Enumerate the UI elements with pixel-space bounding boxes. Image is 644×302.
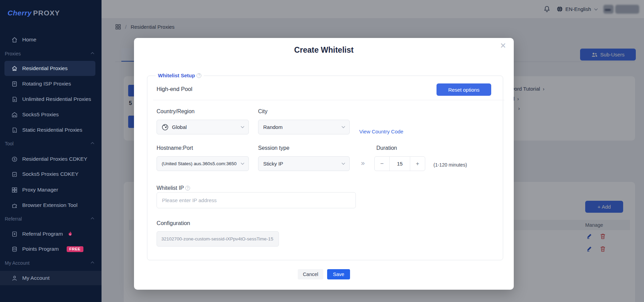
duration-hint: (1-120 minutes) [433, 162, 467, 168]
socks5-icon [11, 111, 18, 118]
sidebar-item-my-account[interactable]: My Account [0, 271, 102, 285]
configuration-value: 32102700-zone-custom-sessid-iXPpv4tO-ses… [157, 231, 279, 247]
sidebar-item-label: Socks5 Proxies [22, 111, 59, 118]
sidebar-item-label: Static Residential Proxies [22, 127, 82, 133]
rotating-isp-icon [11, 81, 18, 87]
sidebar-item-socks5-proxies[interactable]: Socks5 Proxies [4, 107, 95, 122]
free-badge: FREE [67, 246, 83, 252]
browser-extension-icon [11, 202, 18, 209]
sidebar-item-unlimited-residential-proxies[interactable]: Unlimited Residential Proxies [4, 92, 95, 107]
country-select[interactable]: Global [157, 120, 249, 134]
sidebar-item-label: Referral Program [22, 231, 63, 237]
duration-value[interactable]: 15 [390, 157, 410, 171]
city-label: City [258, 108, 268, 115]
chevron-down-icon [241, 125, 244, 128]
sidebar-item-label: Rotating ISP Proxies [22, 81, 71, 87]
section-label: Referral [5, 216, 22, 222]
fire-icon [67, 231, 73, 237]
main-area: EN-English / Residential Proxies Sub-Use… [102, 0, 644, 302]
sidebar-item-label: My Account [22, 275, 50, 281]
referral-program-icon [11, 231, 18, 237]
sidebar-section-referral[interactable]: Referral [5, 213, 97, 225]
chevron-down-icon [241, 161, 244, 165]
whitelist-ip-input[interactable] [157, 192, 356, 208]
proxy-manager-icon [11, 187, 18, 193]
app-root: CherryPROXY Home Proxies Residential Pro… [0, 0, 644, 302]
hostname-select[interactable]: (United States) aus.360s5.com:3650 [157, 156, 249, 171]
chevron-up-icon [91, 52, 94, 55]
home-icon [11, 37, 18, 43]
chevron-up-icon [91, 261, 94, 265]
logo-part-cherry: Cherry [8, 9, 32, 17]
chevron-up-icon [91, 217, 94, 221]
create-whitelist-modal: Create Whitelist ✕ Whitelist Setup ? Hig… [134, 38, 514, 290]
sidebar-section-my-account[interactable]: My Account [5, 257, 97, 269]
sidebar: CherryPROXY Home Proxies Residential Pro… [0, 0, 102, 302]
sidebar-item-rotating-isp-proxies[interactable]: Rotating ISP Proxies [4, 76, 95, 91]
residential-cdkey-icon [11, 156, 18, 162]
city-select-value: Random [263, 124, 342, 130]
points-program-icon [11, 246, 18, 252]
unlimited-residential-icon [11, 96, 18, 103]
globe-icon [162, 124, 169, 131]
cancel-button[interactable]: Cancel [298, 269, 323, 279]
help-icon[interactable]: ? [197, 73, 201, 78]
session-type-value: Sticky IP [263, 161, 342, 167]
save-button[interactable]: Save [327, 269, 350, 279]
sidebar-item-label: Home [22, 37, 36, 43]
sidebar-item-label: Residential Proxies [22, 65, 68, 71]
hostname-select-value: (United States) aus.360s5.com:3650 [162, 161, 241, 166]
decrement-button[interactable]: − [375, 157, 390, 171]
session-type-label: Session type [258, 145, 290, 151]
socks5-cdkey-icon [11, 171, 18, 178]
city-select[interactable]: Random [258, 120, 350, 134]
help-icon[interactable]: ? [185, 186, 190, 191]
sidebar-item-points-program[interactable]: Points Program FREE [4, 241, 95, 257]
user-icon [11, 275, 18, 281]
sidebar-item-home[interactable]: Home [4, 32, 95, 47]
country-region-label: Country/Region [157, 108, 194, 115]
sidebar-item-residential-proxies-cdkey[interactable]: Residential Proxies CDKEY [4, 152, 95, 167]
section-label: Proxies [5, 51, 21, 56]
modal-footer: Cancel Save [134, 269, 514, 279]
sidebar-item-label: Browser Extension Tool [22, 202, 78, 208]
sidebar-item-browser-extension-tool[interactable]: Browser Extension Tool [4, 198, 95, 213]
sidebar-item-label: Points Program [22, 246, 59, 252]
increment-button[interactable]: + [410, 157, 425, 171]
view-country-code-link[interactable]: View Country Code [359, 129, 403, 134]
legend-label: Whitelist Setup [158, 73, 195, 78]
country-select-value: Global [172, 124, 241, 130]
configuration-label: Configuration [157, 220, 190, 226]
session-type-select[interactable]: Sticky IP [258, 156, 350, 171]
sidebar-item-static-residential-proxies[interactable]: Static Residential Proxies [4, 122, 95, 137]
modal-title: Create Whitelist [134, 45, 514, 55]
sidebar-item-residential-proxies[interactable]: Residential Proxies [4, 61, 95, 76]
whitelist-ip-label: Whitelist IP ? [157, 185, 190, 191]
chevron-up-icon [91, 142, 94, 145]
sidebar-item-referral-program[interactable]: Referral Program [4, 226, 95, 241]
sidebar-section-tool[interactable]: Tool [5, 137, 97, 150]
residential-proxies-icon [11, 65, 18, 72]
whitelist-ip-label-text: Whitelist IP [157, 185, 184, 191]
double-chevron-icon: » [361, 159, 365, 167]
logo-part-proxy: PROXY [33, 9, 60, 17]
sidebar-section-proxies[interactable]: Proxies [5, 48, 97, 60]
duration-stepper: − 15 + [374, 156, 425, 171]
sidebar-item-label: Socks5 Proxies CDKEY [22, 171, 79, 177]
section-label: Tool [5, 141, 14, 146]
reset-options-button[interactable]: Reset options [437, 83, 491, 96]
section-divider [153, 100, 505, 100]
sidebar-item-socks5-proxies-cdkey[interactable]: Socks5 Proxies CDKEY [4, 167, 95, 182]
sidebar-item-label: Unlimited Residential Proxies [22, 96, 91, 102]
sidebar-item-label: Proxy Manager [22, 187, 58, 193]
static-residential-icon [11, 127, 18, 133]
close-icon[interactable]: ✕ [500, 42, 506, 50]
sidebar-item-label: Residential Proxies CDKEY [22, 156, 87, 162]
app-logo[interactable]: CherryPROXY [8, 9, 60, 17]
sidebar-item-proxy-manager[interactable]: Proxy Manager [4, 182, 95, 197]
duration-label: Duration [376, 145, 397, 151]
chevron-down-icon [342, 161, 345, 165]
fieldset-legend: Whitelist Setup ? [156, 73, 204, 78]
pool-type-label: High-end Pool [157, 86, 192, 92]
chevron-down-icon [342, 125, 345, 128]
